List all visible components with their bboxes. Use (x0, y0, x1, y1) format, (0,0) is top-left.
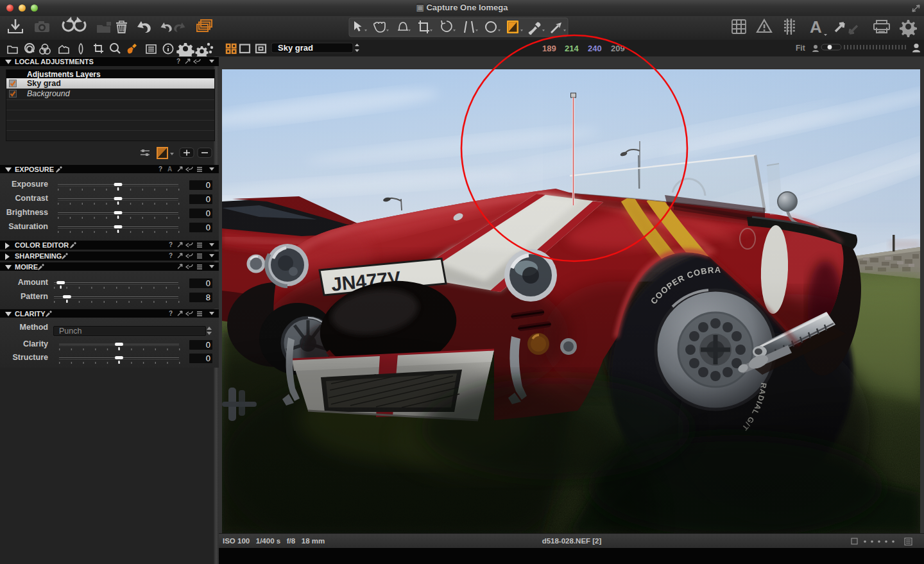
svg-text:?: ? (169, 252, 173, 259)
svg-text:Fit: Fit (796, 44, 805, 53)
svg-text:?: ? (176, 58, 180, 65)
svg-text:189: 189 (542, 44, 556, 53)
svg-text:209: 209 (611, 44, 625, 53)
svg-text:Sky grad: Sky grad (278, 43, 313, 53)
svg-text:A: A (167, 166, 172, 173)
svg-text:A: A (810, 17, 822, 37)
svg-text:?: ? (158, 166, 162, 173)
svg-text:?: ? (169, 241, 173, 248)
svg-text:240: 240 (588, 44, 602, 53)
svg-text:?: ? (169, 310, 173, 317)
svg-text:214: 214 (565, 44, 579, 53)
